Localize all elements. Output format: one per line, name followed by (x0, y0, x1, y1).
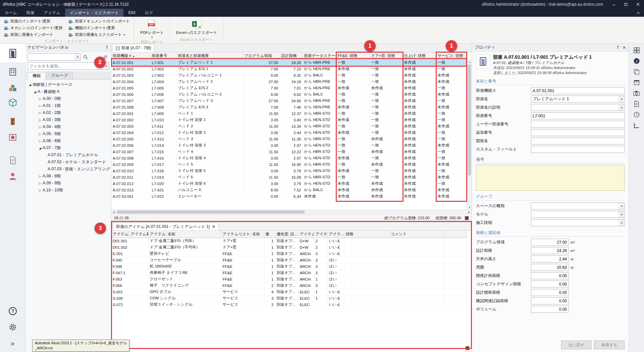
room-row[interactable]: A.07.02.005L7-013ベッド 311.5011.35から HBR-S… (111, 136, 467, 142)
tree-node[interactable]: ◢A - 建築物 A (25, 88, 111, 95)
tree-collapsed-icon[interactable]: ▷ (38, 104, 43, 108)
tree-node[interactable]: A.07.03 - 技術・エンジニアリング (25, 166, 111, 173)
room-items-tab[interactable]: 部屋のアイテム [A.07.01.001 - プレミアムベッド 1] ✕ (113, 223, 219, 230)
column-header[interactable]: アイテム: 名前 (148, 231, 221, 238)
excel-export-button[interactable]: X Excelへのエクスポート (173, 18, 220, 35)
archive-panel-button[interactable] (632, 78, 642, 87)
help-button[interactable]: ? (0, 304, 25, 318)
documents-panel-button[interactable] (632, 99, 642, 109)
menu-tab[interactable]: BIM (123, 9, 140, 17)
hospital-module-button[interactable] (0, 130, 25, 143)
tree-node[interactable]: ◢体験版 | データベース (25, 81, 111, 88)
bim-module-button[interactable] (0, 96, 25, 109)
tree-expanded-icon[interactable]: ◢ (28, 83, 33, 86)
settings-button[interactable] (0, 320, 25, 334)
add-filter-input[interactable] (28, 63, 103, 69)
item-row[interactable]: F.056椅子、リクライニングFF&E2別途オプ...ARCH3はい (111, 282, 467, 289)
column-header[interactable]: アイテムリスト: 名前 (221, 231, 264, 238)
building-module-button[interactable] (0, 65, 25, 78)
field-input[interactable] (531, 297, 569, 304)
close-button[interactable] (632, 0, 644, 9)
users-module-button[interactable] (0, 170, 25, 183)
combo-arrow-icon[interactable]: ▾ (619, 220, 624, 226)
room-row[interactable]: A.07.02.011L7-019ベッド 611.5015.09から HBR-S… (111, 174, 467, 180)
column-header[interactable]: 設計面積 (280, 52, 303, 59)
pin-icon[interactable] (105, 46, 109, 50)
field-input[interactable] (531, 87, 624, 94)
summary-book-icon[interactable] (465, 216, 469, 220)
search-input[interactable] (28, 54, 75, 60)
item-row[interactable]: S.001GPO ダブルサービス4別途オプ...ELEC1いいえ (111, 289, 467, 295)
tree-collapsed-icon[interactable]: ▷ (38, 97, 43, 101)
column-header[interactable]: 部屋名と部屋概要 (176, 52, 243, 59)
undo-button[interactable]: 元に戻す (561, 341, 592, 349)
combo-arrow-icon[interactable]: ▾ (619, 104, 624, 111)
tree-node[interactable]: ▷A.06 - 6階 (25, 137, 111, 144)
search-options-button[interactable] (102, 53, 109, 61)
minimize-button[interactable] (608, 0, 620, 9)
ribbon-small-button[interactable]: オカレンスのインポート/更新 (3, 25, 64, 31)
column-header[interactable]: アイテム: アイテム番号 (111, 231, 148, 238)
menu-tab[interactable]: 部屋 (22, 9, 39, 17)
tree-node[interactable]: A.07.02 - ホテル・スタンダード (25, 159, 111, 166)
rooms-horizontal-scrollbar[interactable]: ◀ ▶ (111, 210, 472, 214)
column-header[interactable]: 状態 (344, 231, 389, 238)
doors-module-button[interactable] (0, 115, 25, 128)
tree-collapsed-icon[interactable]: ▷ (38, 111, 43, 115)
room-row[interactable]: A.07.02.003L7-011ベッド 211.5013.39から HBR-S… (111, 123, 467, 129)
tree-collapsed-icon[interactable]: ▷ (38, 139, 43, 143)
reports-module-button[interactable] (0, 154, 25, 167)
tree-collapsed-icon[interactable]: ▷ (38, 182, 43, 185)
history-panel-button[interactable] (632, 110, 642, 119)
tree-node[interactable]: ▷A.01 - 1階 (25, 102, 111, 109)
tree-node[interactable]: ▷A.09 - 9階 (25, 180, 111, 187)
room-row[interactable]: A.07.02.009L7-017ベッド 511.5016.90から HBR-S… (111, 161, 467, 168)
rooms-document-tab[interactable]: 部屋 [A.07 - 7階] (112, 44, 155, 52)
room-row[interactable]: A.07.02.006L7-014トイレ付 浴室 33.002.97から HEN… (111, 142, 467, 149)
add-filter-combo[interactable]: ▾ (28, 62, 109, 70)
room-row[interactable]: A.07.02.001L7-009ベッド 111.5012.37から HBR-S… (111, 110, 467, 117)
expand-toolbar-button[interactable]: » (0, 337, 25, 350)
column-header[interactable]: サービス: 状態 (436, 52, 466, 59)
field-input[interactable] (531, 138, 624, 144)
search-button[interactable] (82, 53, 89, 61)
ribbon-small-button[interactable]: 機能のインポート/更新 (67, 25, 131, 31)
column-header[interactable]: 仕上げ: 状態 (402, 52, 436, 59)
room-row[interactable]: A.07.02.008L7-016トイレ付 浴室 43.002.97から HEN… (111, 155, 467, 161)
field-input[interactable] (531, 255, 569, 262)
tree-node[interactable]: A.07.01 - プレミアムホテル (25, 152, 111, 159)
scrollbar-thumb[interactable] (117, 211, 305, 214)
tree-collapsed-icon[interactable]: ▷ (38, 118, 43, 122)
tree-collapsed-icon[interactable]: ▷ (38, 189, 43, 192)
scroll-down-arrow-icon[interactable]: ▼ (467, 205, 472, 210)
copy-panel-button[interactable] (632, 67, 642, 76)
combo-arrow-icon[interactable]: ▾ (619, 211, 624, 218)
room-row[interactable]: A.07.01.005L7-005プレミアム E/S 27.007.01から H… (111, 85, 467, 91)
tree-node[interactable]: ◢A.07 - 7階 (25, 144, 111, 152)
tree-node[interactable]: ▷A.00 - 0階 (25, 95, 111, 102)
room-row[interactable]: A.07.01.004L7-004プレミアムベッド 227.0024.19から … (111, 78, 467, 85)
tree-node[interactable]: ▷A.05 - 5階 (25, 130, 111, 137)
ribbon-small-button[interactable]: 部屋のインポート/更新 (3, 18, 64, 24)
room-row[interactable]: A.07.02.013L7-021バルコニー X8.007.52から BALC未… (111, 187, 467, 193)
item-row[interactable]: F.053クローゼットFF&E1別途オプ...ARCH1はい (111, 276, 467, 282)
column-header[interactable]: コメント (389, 231, 443, 238)
tree-expanded-icon[interactable]: ◢ (33, 90, 38, 94)
field-input[interactable] (531, 281, 569, 288)
tree-node[interactable]: ▷A.03 - 3階 (25, 116, 111, 123)
tree-node[interactable]: ▷A.08 - 8階 (25, 173, 111, 180)
item-row[interactable]: S.072切替スイッチ - シングルサービス2別途オプ...ELECいいえ (111, 301, 467, 308)
menu-tab[interactable]: アイテム (39, 9, 65, 17)
measurements-panel-button[interactable] (632, 121, 642, 130)
field-input[interactable] (531, 129, 624, 136)
room-row[interactable]: A.07.01.003L7-003プレミアム バルコニー 19.009.32から… (111, 72, 467, 78)
tree-node[interactable]: ▷A.04 - 4階 (25, 123, 111, 130)
ribbon-small-button[interactable]: 部屋ドキュメントのインポート (67, 18, 131, 24)
item-row[interactable]: D01.002ドア:金属二重970（不均等）ドア+窓1別途オプ...D+W2いい… (111, 244, 467, 250)
item-row[interactable]: S.036COM シングルサービス3別途オプ...ELEC1いいえ (111, 295, 467, 301)
tab-functions[interactable]: 機能 (28, 72, 46, 80)
items-module-button[interactable] (0, 82, 25, 95)
scroll-left-arrow-icon[interactable]: ◀ (111, 210, 116, 214)
room-row[interactable]: A.07.01.006L7-006プレミアム バルコニー 29.009.62から… (111, 91, 467, 98)
combo-arrow-icon[interactable]: ▾ (103, 63, 109, 69)
